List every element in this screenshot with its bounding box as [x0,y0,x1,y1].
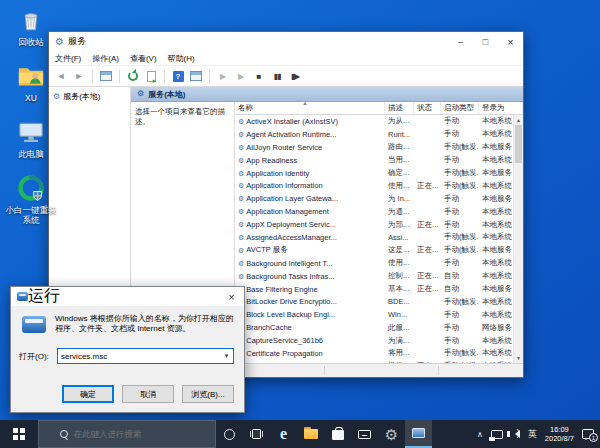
services-taskbar-button[interactable]: ⚙ [378,420,405,448]
service-row[interactable]: ⚙Base Filtering Engine基本...正在...自动本地服务 [235,283,513,296]
column-header-name[interactable]: ▲名称 [235,102,385,114]
action-center-icon[interactable]: 1 [582,429,594,439]
open-combobox[interactable]: ▼ [57,348,234,364]
service-logon: 本地服务 [479,168,513,178]
service-startup: 手动 [441,323,479,333]
forward-icon[interactable]: ► [72,69,86,83]
export-list-icon[interactable] [144,69,158,83]
service-row[interactable]: ⚙Block Level Backup Engi...Win...手动本地系统 [235,308,513,321]
services-titlebar[interactable]: ⚙ 服务 – □ × [49,32,523,51]
panel-header-icon: ⚙ [137,90,144,98]
service-name: Application Identity [246,169,309,178]
close-button[interactable]: × [498,32,523,51]
services-window-title: 服务 [68,35,86,48]
service-desc: 将用... [385,348,414,358]
desktop-icon-xu-folder[interactable]: XU [5,61,57,103]
task-view-button[interactable] [243,420,270,448]
scroll-down-icon[interactable]: ▼ [514,353,523,363]
search-input[interactable] [74,429,204,439]
combo-dropdown-icon[interactable]: ▼ [220,349,233,363]
panel-header-label: 服务(本地) [148,89,185,100]
cortana-button[interactable] [216,420,243,448]
refresh-icon[interactable] [126,69,140,83]
desktop-icon-this-pc[interactable]: 此电脑 [5,117,57,159]
store-button[interactable] [324,420,351,448]
service-logon: 本地服务 [479,245,513,255]
scroll-up-icon[interactable]: ▲ [514,115,523,125]
stop-service-icon[interactable]: ■ [252,69,266,83]
service-row[interactable]: ⚙Background Intelligent T...使用...手动本地系统 [235,257,513,270]
service-row[interactable]: ⚙Agent Activation Runtime...Runt...手动本地系… [235,128,513,141]
column-header-description[interactable]: 描述 [385,102,414,114]
service-name: Application Management [246,207,329,216]
open-input[interactable] [58,349,220,363]
cancel-button[interactable]: 取消 [122,385,174,403]
desktop-icon-list: 回收站 XU 此电脑 小白一键重装系统 [5,5,57,239]
service-row[interactable]: ⚙CaptureService_361b6为满...手动本地系统 [235,334,513,347]
help-icon[interactable]: ? [171,69,185,83]
service-row[interactable]: ⚙Certificate Propagation将用...手动(触发...本地系… [235,347,513,360]
scrollbar-thumb[interactable] [515,125,522,163]
restart-service-icon[interactable]: ▮▶ [288,69,302,83]
service-row[interactable]: ⚙AllJoyn Router Service路由...手动(触发...本地服务 [235,141,513,154]
service-status: 正在... [414,220,441,230]
service-row[interactable]: ⚙App Readiness当用...手动本地系统 [235,154,513,167]
menu-view[interactable]: 查看(V) [130,53,157,64]
ime-indicator[interactable]: 英 [528,428,537,441]
service-row[interactable]: ⚙BranchCache此服...手动网络服务 [235,321,513,334]
maximize-button[interactable]: □ [473,32,498,51]
service-row[interactable]: ⚙BitLocker Drive Encryptio...BDE...手动(触发… [235,295,513,308]
service-name: Certificate Propagation [246,349,322,358]
service-row[interactable]: ⚙Application Layer Gatewa...为 In...手动本地服… [235,192,513,205]
service-row[interactable]: ⚙AppX Deployment Servic...为部...正在...手动本地… [235,218,513,231]
run-close-button[interactable]: × [219,287,244,306]
service-row[interactable]: ⚙Application Identity确定...手动(触发...本地服务 [235,167,513,180]
desktop-icon-recycle-bin[interactable]: 回收站 [5,5,57,47]
run-titlebar[interactable]: 运行 × [11,287,244,306]
vertical-scrollbar[interactable]: ▲ ▼ [513,115,523,363]
service-row[interactable]: ⚙Application Information使用...正在...手动(触发.… [235,179,513,192]
service-row[interactable]: ⚙AVCTP 服务这是...正在...手动(触发...本地服务 [235,244,513,257]
store-icon [332,429,344,440]
pause-service-icon[interactable]: ▮▮ [270,69,284,83]
tree-item-services-local[interactable]: ⚙ 服务(本地) [49,90,130,103]
volume-icon[interactable] [511,430,520,438]
service-name: AVCTP 服务 [246,245,287,255]
service-logon: 本地系统 [479,258,513,268]
show-action-pane-icon[interactable] [189,69,203,83]
file-explorer-button[interactable] [297,420,324,448]
service-row[interactable]: ⚙ActiveX Installer (AxInstSV)为从...手动本地系统 [235,115,513,128]
service-startup: 手动(触发... [441,181,479,191]
taskbar-clock[interactable]: 16:09 2020/8/7 [545,425,574,443]
service-logon: 本地系统 [479,297,513,307]
menu-action[interactable]: 操作(A) [92,53,119,64]
service-logon: 本地服务 [479,142,513,152]
service-startup: 手动 [441,220,479,230]
service-logon: 本地系统 [479,181,513,191]
show-console-tree-icon[interactable] [99,69,113,83]
ok-button[interactable]: 确定 [62,385,114,403]
search-icon [60,430,68,438]
browse-button[interactable]: 浏览(B)... [182,385,234,403]
active-window-button[interactable] [405,420,432,448]
edge-button[interactable]: e [270,420,297,448]
service-status: 正在... [414,245,441,255]
service-name: BitLocker Drive Encryptio... [246,297,336,306]
show-hidden-icons-chevron[interactable]: ∧ [477,430,483,439]
service-row[interactable]: ⚙Background Tasks Infras...控制...正在...自动本… [235,270,513,283]
column-header-startup-type[interactable]: 启动类型 [441,102,479,114]
start-button[interactable] [0,420,38,448]
menu-file[interactable]: 文件(F) [55,53,81,64]
column-header-logon-as[interactable]: 登录为 [479,102,523,114]
desktop-icon-xiaobai[interactable]: 小白一键重装系统 [5,173,57,225]
start-service-icon[interactable]: ▶ [216,69,230,83]
taskbar-search[interactable] [38,420,216,448]
service-row[interactable]: ⚙Application Management为通...手动本地系统 [235,205,513,218]
network-icon[interactable] [491,430,503,439]
minimize-button[interactable]: – [448,32,473,51]
mail-button[interactable] [351,420,378,448]
menu-help[interactable]: 帮助(H) [168,53,195,64]
column-header-status[interactable]: 状态 [414,102,441,114]
service-row[interactable]: ⚙AssignedAccessManager...Assi...手动(触发...… [235,231,513,244]
resume-service-icon[interactable]: ▶ [234,69,248,83]
